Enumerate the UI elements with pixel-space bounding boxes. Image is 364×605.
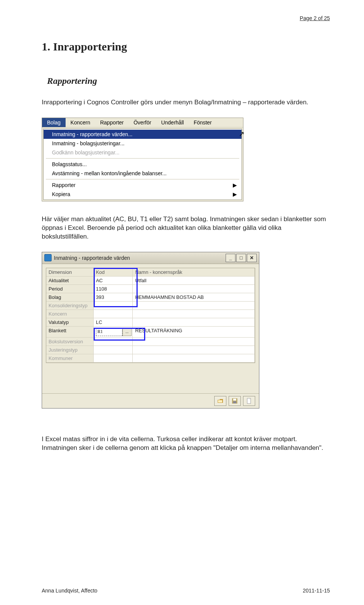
menu-underhåll[interactable]: Underhåll xyxy=(156,118,189,127)
row-namn: RESULTATRÄKNING xyxy=(133,327,255,338)
menu-separator xyxy=(46,158,239,159)
cursor-icon: ↖ xyxy=(239,130,245,138)
row-kod[interactable]: LC xyxy=(94,318,133,327)
row-kod xyxy=(94,310,133,318)
menu-bar: BolagKoncernRapporterÖverförUnderhållFön… xyxy=(42,118,243,127)
row-kod xyxy=(94,346,133,354)
grid-header: Dimension Kod Namn - koncernspråk xyxy=(46,268,255,277)
grid-row: Konsolideringstyp xyxy=(46,302,255,310)
row-kod[interactable]: 1108 xyxy=(94,285,133,293)
row-kod xyxy=(94,354,133,363)
row-kod[interactable]: AC xyxy=(94,277,133,285)
app-icon xyxy=(44,254,52,261)
row-namn xyxy=(133,354,255,363)
page-number: Page 2 of 25 xyxy=(42,15,330,21)
paragraph-3: I Excel matas siffror in i de vita celle… xyxy=(42,435,330,453)
row-namn: Utfall xyxy=(133,277,255,285)
menu-screenshot: BolagKoncernRapporterÖverförUnderhållFön… xyxy=(42,118,243,201)
heading-1: 1. Inrapportering xyxy=(42,40,330,53)
dialog-footer xyxy=(42,393,259,408)
row-namn xyxy=(133,310,255,318)
menu-rapporter[interactable]: Rapporter xyxy=(95,118,129,127)
menu-item[interactable]: Kopiera▶ xyxy=(44,190,242,199)
paragraph-2: Här väljer man aktualitet (AC, BU, T1 el… xyxy=(42,215,330,241)
header-kod: Kod xyxy=(94,268,133,277)
footer-date: 2011-11-15 xyxy=(303,588,330,594)
grid-row: Bolag393HEMMAHAMNEN BOSTAD AB xyxy=(46,293,255,302)
menu-fönster[interactable]: Fönster xyxy=(189,118,217,127)
minimize-button[interactable]: _ xyxy=(226,254,235,262)
row-label: Justeringstyp xyxy=(46,346,94,354)
grid-row: Period1108 xyxy=(46,285,255,293)
row-namn xyxy=(133,318,255,327)
menu-item[interactable]: Avstämning - mellan konton/ingående bala… xyxy=(44,169,242,178)
row-label: Bolag xyxy=(46,293,94,302)
blankett-input[interactable] xyxy=(96,328,122,336)
row-namn xyxy=(133,302,255,310)
dialog-screenshot: Inmatning - rapporterade värden _ □ × Di… xyxy=(42,252,259,409)
svg-rect-2 xyxy=(233,401,236,403)
row-namn xyxy=(133,346,255,354)
row-label: Aktualitet xyxy=(46,277,94,285)
submenu-caret-icon: ▶ xyxy=(233,182,237,188)
menu-överför[interactable]: Överför xyxy=(129,118,156,127)
footer-author: Anna Lundqvist, Affecto xyxy=(42,588,97,594)
row-namn xyxy=(133,338,255,346)
grid-row: Bokslutsversion xyxy=(46,338,255,346)
lookup-button[interactable]: ... xyxy=(122,328,132,336)
dialog-title: Inmatning - rapporterade värden xyxy=(54,255,225,261)
submenu-caret-icon: ▶ xyxy=(233,191,237,197)
new-button[interactable] xyxy=(243,396,255,406)
open-button[interactable] xyxy=(214,396,226,406)
grid-row: Blankett...RESULTATRÄKNING xyxy=(46,327,255,338)
grid-row: Kommuner xyxy=(46,354,255,363)
header-dimension: Dimension xyxy=(46,268,94,277)
row-namn xyxy=(133,285,255,293)
dialog-titlebar: Inmatning - rapporterade värden _ □ × xyxy=(42,252,259,264)
row-label: Konsolideringstyp xyxy=(46,302,94,310)
grid-row: Koncern xyxy=(46,310,255,318)
parameter-grid: Dimension Kod Namn - koncernspråk Aktual… xyxy=(46,268,255,363)
grid-row: AktualitetACUtfall xyxy=(46,277,255,285)
save-button[interactable] xyxy=(229,396,241,406)
menu-item[interactable]: Inmatning - bolagsjusteringar... xyxy=(44,139,242,148)
grid-row: Justeringstyp xyxy=(46,346,255,354)
row-label: Blankett xyxy=(46,327,94,338)
dropdown-menu: Inmatning - rapporterade värden...↖Inmat… xyxy=(43,129,242,200)
close-button[interactable]: × xyxy=(247,254,257,262)
menu-bolag[interactable]: Bolag xyxy=(42,118,66,127)
maximize-button[interactable]: □ xyxy=(236,254,246,262)
row-label: Period xyxy=(46,285,94,293)
menu-item[interactable]: Rapporter▶ xyxy=(44,181,242,190)
menu-item[interactable]: Inmatning - rapporterade värden...↖ xyxy=(44,130,242,139)
row-kod[interactable]: ... xyxy=(94,327,133,338)
row-kod xyxy=(94,338,133,346)
menu-item[interactable]: Bolagsstatus... xyxy=(44,160,242,169)
row-label: Kommuner xyxy=(46,354,94,363)
row-label: Koncern xyxy=(46,310,94,318)
menu-separator xyxy=(46,179,239,179)
row-label: Bokslutsversion xyxy=(46,338,94,346)
row-kod[interactable]: 393 xyxy=(94,293,133,302)
grid-row: ValutatypLC xyxy=(46,318,255,327)
row-label: Valutatyp xyxy=(46,318,94,327)
intro-paragraph: Inrapportering i Cognos Controller görs … xyxy=(42,98,330,107)
menu-item: Godkänn bolagsjusteringar... xyxy=(44,148,242,157)
header-namn: Namn - koncernspråk xyxy=(133,268,255,277)
heading-2: Rapportering xyxy=(47,76,330,86)
menu-koncern[interactable]: Koncern xyxy=(66,118,95,127)
row-namn: HEMMAHAMNEN BOSTAD AB xyxy=(133,293,255,302)
row-kod xyxy=(94,302,133,310)
svg-rect-1 xyxy=(233,399,236,401)
